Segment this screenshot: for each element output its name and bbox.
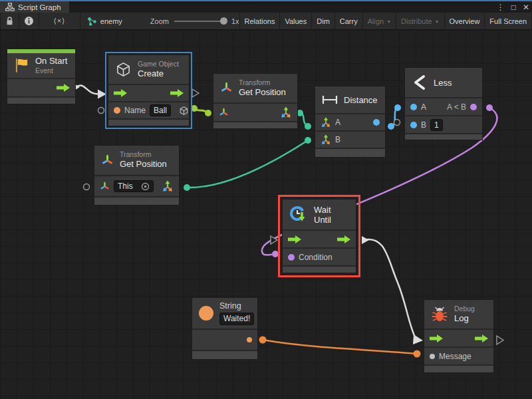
node-footer [108,120,189,126]
node-footer [94,198,179,205]
lock-button[interactable] [0,13,19,29]
control-output-port[interactable] [170,89,184,97]
name-input-port[interactable] [114,107,120,114]
graph-toolbar: ⟨×⟩ enemy Zoom 1x Relations Values Dim C… [0,13,532,30]
control-output-port[interactable] [475,334,488,342]
less-input-port-b[interactable] [410,122,417,128]
graph-canvas[interactable]: On Start Event Game Object Create [0,30,532,399]
less-input-port-a[interactable] [410,104,417,110]
toolbar-button-relations[interactable]: Relations [239,13,281,29]
toolbar-button-fullscreen[interactable]: Full Screen [485,13,532,29]
dropdown-caret-icon: ▼ [435,19,440,24]
node-get-position-a[interactable]: Transform Get Position [213,73,298,129]
node-title: On Start [35,56,67,66]
output-label: A < B [447,102,466,112]
node-footer [213,122,297,128]
string-output-port[interactable] [247,337,252,342]
node-title: Distance [344,95,378,105]
tab-script-graph[interactable]: Script Graph [0,1,69,13]
control-output-port[interactable] [57,84,70,92]
node-footer [192,351,257,359]
port-label-a: A [335,118,340,127]
toolbar-button-distribute[interactable]: Distribute ▼ [396,13,444,29]
wire-distance-to-less-a [388,104,401,130]
toolbar-button-overview[interactable]: Overview [445,13,485,29]
window-close-icon[interactable]: ✕ [523,3,529,11]
graph-asset-icon [87,17,97,26]
port-label-b: B [421,120,426,130]
distance-output-port[interactable] [373,119,380,126]
transform-input-port[interactable] [100,182,110,192]
transform-icon [101,154,114,167]
object-picker-icon[interactable] [141,182,150,191]
lock-icon [5,16,14,26]
node-footer [7,98,75,104]
node-get-position-b[interactable]: Transform Get Position This [94,145,180,205]
graph-name: enemy [100,17,122,25]
less-than-icon [412,74,428,90]
toolbar-button-values[interactable]: Values [280,13,312,29]
toolbar-button-dim[interactable]: Dim [312,13,335,29]
wire-getposition-b-to-distance-b [184,137,311,191]
graph-reference[interactable]: enemy [82,13,128,29]
node-create[interactable]: Game Object Create Name Ball [108,55,190,126]
transform-icon [220,82,233,94]
node-footer [405,134,482,140]
unconnected-flow-debuglog-out [497,336,503,344]
control-input-port[interactable] [430,334,443,342]
message-label: Message [439,352,471,361]
window-maximize-icon[interactable]: □ [511,3,516,11]
port-label-b: B [335,135,340,144]
node-distance[interactable]: Distance A B [315,86,386,158]
node-less[interactable]: Less A A < B B 1 [404,67,483,140]
string-type-icon [199,306,213,321]
node-debug-log[interactable]: Debug Log Message [424,299,494,373]
node-title: Get Position [120,159,167,170]
window-menu-icon[interactable]: ⋮ [497,3,505,11]
zoom-slider-knob[interactable] [220,17,227,25]
node-category: Transform [239,78,286,87]
unconnected-port-less-b [394,120,400,126]
message-input-port[interactable] [430,354,435,359]
name-field[interactable]: Ball [150,104,171,116]
inspect-button[interactable] [19,13,39,29]
condition-input-port[interactable] [288,254,295,261]
zoom-control: Zoom 1x [150,13,239,29]
node-category: Debug [454,305,475,313]
node-on-start[interactable]: On Start Event [7,49,76,104]
vector3-input-port-b[interactable] [321,134,331,145]
vector3-input-port-a[interactable] [321,117,331,128]
code-view-toggle[interactable]: ⟨×⟩ [39,13,80,29]
control-input-port[interactable] [288,235,301,243]
zoom-slider[interactable] [174,21,226,22]
control-input-port[interactable] [114,89,127,97]
tab-title: Script Graph [18,3,61,11]
wire-onstart-to-create [73,83,106,99]
node-string[interactable]: String Waited! [192,297,258,360]
toolbar-button-align[interactable]: Align ▼ [363,13,396,29]
gameobject-output-port[interactable] [179,106,189,116]
node-wait-until[interactable]: Wait Until Condition [282,199,356,273]
transform-input-port[interactable] [219,108,229,118]
unconnected-flow-waituntil-in [271,236,277,244]
info-icon [24,16,34,26]
node-title: Log [454,313,475,324]
b-value-field[interactable]: 1 [430,119,443,131]
string-value-field[interactable]: Waited! [219,313,254,325]
node-category: Transform [120,150,167,159]
node-title: Create [138,68,179,79]
tab-bar: Script Graph ⋮ □ ✕ [0,1,532,13]
vector3-output-port[interactable] [280,106,292,118]
condition-label: Condition [299,253,332,262]
wire-getposition-a-to-distance-a [297,110,311,130]
control-output-port[interactable] [337,235,350,243]
toolbar-button-carry[interactable]: Carry [335,13,363,29]
less-output-port[interactable] [470,104,477,110]
target-field[interactable]: This [114,180,154,192]
node-footer [424,366,493,372]
node-title: Wait Until [314,205,349,225]
vector3-output-port[interactable] [162,180,174,192]
node-title: String [219,301,254,312]
unconnected-flow-create-out [192,89,199,97]
bug-icon [431,307,448,323]
